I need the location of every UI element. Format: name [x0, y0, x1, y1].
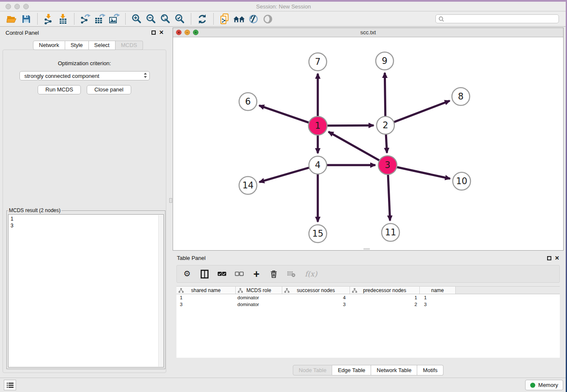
cell-mcds-role[interactable]: dominator — [236, 294, 282, 301]
close-panel-button[interactable]: Close panel — [87, 85, 131, 94]
table-row[interactable]: 1 dominator 4 1 1 — [176, 294, 560, 301]
graph-node-4[interactable]: 4 — [309, 156, 327, 174]
graph-node-15[interactable]: 15 — [309, 225, 327, 243]
network-zoom-button[interactable]: + — [193, 30, 198, 35]
zoom-selected-button[interactable] — [173, 13, 186, 25]
control-panel-close-button[interactable]: ✕ — [159, 30, 164, 35]
cell-successor-nodes[interactable]: 4 — [282, 294, 350, 301]
show-columns-button[interactable] — [200, 269, 209, 279]
graph-node-7[interactable]: 7 — [309, 53, 327, 71]
graph-edge-1-6[interactable] — [259, 105, 309, 123]
select-all-columns-button[interactable] — [217, 269, 226, 279]
tab-network[interactable]: Network — [33, 41, 65, 50]
network-minimize-button[interactable]: − — [184, 30, 190, 35]
zoom-window-button[interactable] — [23, 4, 29, 9]
function-builder-button[interactable]: f(x) — [304, 269, 318, 279]
clone-network-button[interactable] — [218, 13, 231, 25]
search-box[interactable] — [435, 14, 559, 23]
memory-button[interactable]: Memory — [525, 380, 563, 390]
splitter-grip[interactable] — [169, 198, 172, 203]
network-canvas[interactable]: 7968124314101511 — [173, 37, 563, 250]
table-panel-float-button[interactable] — [547, 256, 551, 260]
network-graph[interactable]: 7968124314101511 — [173, 37, 563, 250]
node-table-header: shared name MCDS role — [176, 286, 560, 294]
panel-splitter[interactable] — [169, 27, 173, 378]
column-header-shared-name[interactable]: shared name — [176, 287, 236, 294]
graph-node-2[interactable]: 2 — [377, 116, 394, 134]
delete-table-icon — [287, 271, 296, 277]
graph-node-8[interactable]: 8 — [452, 88, 470, 105]
control-panel-tabs: Network Style Select MCDS — [33, 41, 143, 50]
export-network-button[interactable] — [79, 13, 92, 25]
import-table-icon — [58, 14, 69, 25]
cell-mcds-role[interactable]: dominator — [236, 301, 282, 308]
graph-node-9[interactable]: 9 — [376, 52, 394, 70]
tab-node-table[interactable]: Node Table — [293, 365, 333, 375]
cell-successor-nodes[interactable]: 3 — [282, 301, 350, 308]
result-scrollbar[interactable] — [158, 215, 163, 367]
main-toolbar — [0, 11, 567, 27]
cell-shared-name[interactable]: 1 — [176, 294, 236, 301]
graph-edge-3-10[interactable] — [396, 167, 450, 179]
cell-name[interactable]: 3 — [420, 301, 456, 308]
minimize-window-button[interactable] — [14, 4, 20, 9]
graph-edge-2-8[interactable] — [394, 101, 450, 122]
tab-style[interactable]: Style — [65, 41, 89, 50]
import-network-button[interactable] — [42, 13, 55, 25]
import-table-button[interactable] — [57, 13, 69, 25]
graph-node-14[interactable]: 14 — [239, 177, 257, 194]
crescent-moon-button[interactable] — [261, 13, 274, 25]
task-history-button[interactable] — [4, 380, 16, 390]
graph-node-3[interactable]: 3 — [378, 156, 397, 174]
create-column-button[interactable]: + — [252, 269, 261, 279]
export-table-button[interactable] — [94, 13, 106, 25]
tab-network-table[interactable]: Network Table — [371, 365, 417, 375]
tab-mcds[interactable]: MCDS — [116, 41, 143, 50]
delete-table-button[interactable] — [286, 269, 296, 279]
tab-edge-table[interactable]: Edge Table — [332, 365, 371, 375]
network-window-titlebar[interactable]: ✕ − + scc.txt — [173, 28, 563, 37]
control-panel-float-button[interactable] — [151, 30, 156, 35]
graph-edge-1-2[interactable] — [327, 125, 374, 126]
mcds-result-list[interactable]: 1 3 — [8, 214, 164, 367]
cell-predecessor-nodes[interactable]: 1 — [350, 294, 420, 301]
graph-node-11[interactable]: 11 — [382, 224, 399, 241]
cell-predecessor-nodes[interactable]: 2 — [350, 301, 420, 308]
zoom-in-button[interactable] — [130, 13, 143, 25]
slashed-circle-button[interactable] — [247, 13, 260, 25]
column-header-successor-nodes[interactable]: successor nodes — [282, 287, 350, 294]
criterion-select[interactable]: strongly connected component — [19, 71, 150, 80]
graph-edge-2-3[interactable] — [386, 134, 387, 153]
tab-motifs[interactable]: Motifs — [417, 365, 443, 375]
search-input[interactable] — [446, 16, 556, 22]
graph-edge-3-1[interactable] — [328, 132, 380, 160]
canvas-scroll-grip[interactable] — [363, 248, 370, 250]
zoom-fit-button[interactable] — [159, 13, 172, 25]
homes-button[interactable] — [233, 13, 245, 25]
graph-edge-2-9[interactable] — [385, 73, 385, 117]
graph-edge-3-11[interactable] — [388, 174, 390, 221]
table-panel-close-button[interactable]: ✕ — [555, 256, 559, 260]
open-session-button[interactable] — [6, 13, 18, 25]
run-mcds-button[interactable]: Run MCDS — [38, 85, 81, 94]
table-row[interactable]: 3 dominator 3 2 3 — [176, 301, 560, 308]
save-session-button[interactable] — [20, 13, 33, 25]
column-header-mcds-role[interactable]: MCDS role — [236, 287, 282, 294]
network-close-button[interactable]: ✕ — [176, 30, 182, 35]
column-header-predecessor-nodes[interactable]: predecessor nodes — [350, 287, 420, 294]
close-window-button[interactable] — [6, 4, 11, 9]
unselect-all-columns-button[interactable] — [234, 269, 244, 279]
table-settings-button[interactable]: ⚙ — [182, 269, 192, 279]
delete-column-button[interactable] — [269, 269, 278, 279]
cell-name[interactable]: 1 — [420, 294, 456, 301]
column-header-name[interactable]: name — [420, 287, 456, 294]
graph-node-10[interactable]: 10 — [453, 172, 471, 190]
graph-node-6[interactable]: 6 — [239, 93, 257, 110]
tab-select[interactable]: Select — [89, 41, 116, 50]
graph-edge-4-14[interactable] — [259, 168, 310, 182]
zoom-out-button[interactable] — [145, 13, 157, 25]
refresh-button[interactable] — [196, 13, 209, 25]
cell-shared-name[interactable]: 3 — [176, 301, 236, 308]
export-image-button[interactable] — [108, 13, 121, 25]
graph-node-1[interactable]: 1 — [308, 116, 327, 135]
